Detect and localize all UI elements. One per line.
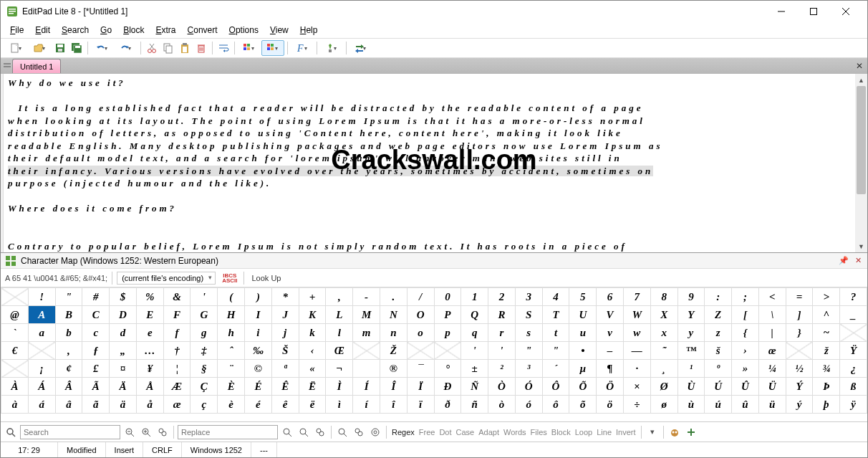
char-cell[interactable]: È [218,378,245,396]
tab-list-icon[interactable] [2,59,12,73]
search-zoom-in-icon[interactable] [139,425,153,439]
char-cell[interactable] [434,342,461,360]
char-cell[interactable]: i [245,324,272,342]
search-opt-adapt[interactable]: Adapt [477,428,501,436]
char-cell[interactable]: ã [82,396,110,414]
char-cell[interactable]: n [380,324,407,342]
char-cell[interactable]: h [218,324,245,342]
char-cell[interactable]: G [191,306,218,324]
char-cell[interactable]: ë [299,396,326,414]
save-button[interactable] [52,40,68,56]
char-cell[interactable]: W [623,306,650,324]
menu-options[interactable]: Options [224,24,264,37]
search-dropdown-icon[interactable]: ▾ [645,425,660,439]
char-cell[interactable]: 8 [650,288,677,306]
char-cell[interactable]: $ [110,288,137,306]
char-cell[interactable]: ¸ [650,360,677,378]
char-cell[interactable]: ³ [515,360,542,378]
char-cell[interactable]: è [218,396,245,414]
char-cell[interactable]: Í [353,378,380,396]
char-cell[interactable]: E [136,306,163,324]
char-cell[interactable]: % [136,288,163,306]
char-cell[interactable]: [ [732,306,759,324]
char-cell[interactable]: Ù [677,378,705,396]
char-cell[interactable]: É [245,378,272,396]
char-cell[interactable]: S [515,306,542,324]
char-cell[interactable]: Ÿ [840,342,867,360]
highlight-button[interactable]: ▾ [261,40,284,56]
char-cell[interactable]: Æ [163,378,191,396]
char-cell[interactable]: ' [191,288,218,306]
menu-edit[interactable]: Edit [30,24,55,37]
replace-next-icon[interactable] [296,425,311,439]
char-cell[interactable]: † [163,342,191,360]
char-cell[interactable]: › [732,342,759,360]
char-cell[interactable]: ½ [786,360,813,378]
char-cell[interactable]: ª [271,360,299,378]
char-cell[interactable]: b [55,324,82,342]
char-cell[interactable]: Z [705,306,732,324]
char-cell[interactable]: x [650,324,677,342]
search-input[interactable] [20,425,120,439]
undo-button[interactable]: ▾ [91,40,114,56]
char-cell[interactable]: ¶ [597,360,624,378]
char-cell[interactable]: Þ [813,378,840,396]
minimize-button[interactable] [765,1,797,22]
char-cell[interactable]: D [110,306,137,324]
char-cell[interactable]: ü [758,396,786,414]
char-cell[interactable]: Å [136,378,163,396]
char-cell[interactable]: : [705,288,732,306]
char-cell[interactable]: 5 [569,288,597,306]
char-cell[interactable]: f [163,324,191,342]
char-cell[interactable]: æ [163,396,191,414]
char-cell[interactable]: Ý [786,378,813,396]
char-cell[interactable] [1,288,29,306]
char-cell[interactable]: c [82,324,110,342]
char-cell[interactable]: õ [569,396,597,414]
char-cell[interactable]: Ê [271,378,299,396]
char-cell[interactable]: ™ [677,342,705,360]
char-cell[interactable]: ~ [813,324,840,342]
char-cell[interactable]: r [488,324,516,342]
char-cell[interactable]: y [677,324,705,342]
char-cell[interactable]: ] [786,306,813,324]
char-cell[interactable] [28,342,55,360]
menu-go[interactable]: Go [95,24,117,37]
char-cell[interactable]: @ [1,306,29,324]
text-editor[interactable]: Why do we use it? It is a long establish… [4,74,855,252]
char-cell[interactable]: ƒ [82,342,110,360]
char-cell[interactable]: ¡ [28,360,55,378]
scroll-thumb[interactable] [857,86,866,194]
char-cell[interactable]: e [136,324,163,342]
char-cell[interactable]: ê [271,396,299,414]
char-cell[interactable]: . [380,288,407,306]
char-cell[interactable]: ^ [813,306,840,324]
char-cell[interactable]: 4 [542,288,569,306]
char-cell[interactable]: ž [813,342,840,360]
char-cell[interactable]: J [271,306,299,324]
maximize-button[interactable] [797,1,829,22]
char-cell[interactable]: Ç [191,378,218,396]
char-cell[interactable]: ¤ [110,360,137,378]
char-cell[interactable]: ‚ [55,342,82,360]
char-cell[interactable]: ñ [461,396,488,414]
char-cell[interactable]: – [597,342,624,360]
char-cell[interactable]: P [434,306,461,324]
char-cell[interactable]: ô [542,396,569,414]
char-cell[interactable] [786,342,813,360]
char-cell[interactable]: ( [218,288,245,306]
char-cell[interactable]: å [136,396,163,414]
encoding-select[interactable]: (current file's encoding) [117,272,216,285]
char-cell[interactable]: ? [840,288,867,306]
char-cell[interactable]: í [353,396,380,414]
char-cell[interactable]: F [163,306,191,324]
char-cell[interactable]: a [28,324,55,342]
char-cell[interactable]: ! [28,288,55,306]
menu-help[interactable]: Help [295,24,323,37]
char-cell[interactable]: u [569,324,597,342]
char-cell[interactable]: « [299,360,326,378]
char-cell[interactable]: û [732,396,759,414]
search-opt-invert[interactable]: Invert [614,428,637,436]
char-cell[interactable]: Ö [597,378,624,396]
char-cell[interactable]: Q [461,306,488,324]
